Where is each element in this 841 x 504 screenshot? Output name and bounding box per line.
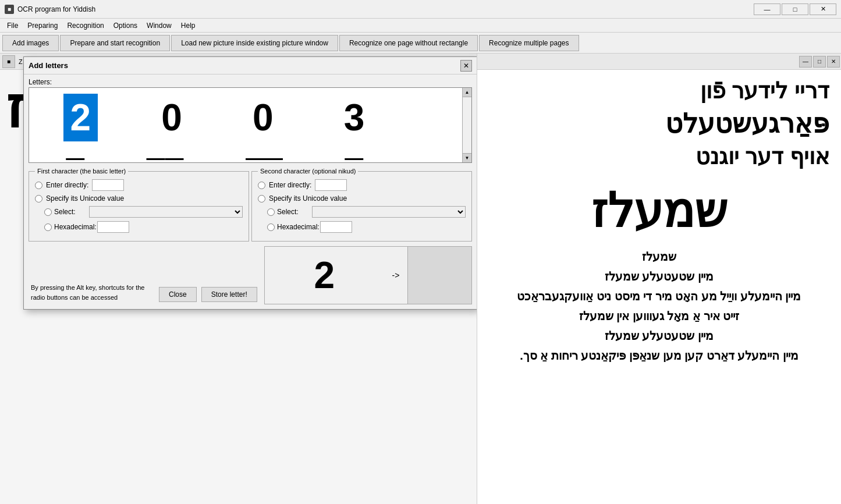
letter-item-2[interactable]: 0 (246, 94, 281, 141)
yiddish-large-text: דריי לידער פֿון פּאַרגעשטעלט אויף דער יו… (477, 70, 841, 175)
first-unicode-radio[interactable] (35, 195, 42, 203)
second-hex-row: Hexadecimal: (258, 221, 466, 233)
letter-small-3[interactable]: — (345, 147, 363, 163)
first-enter-directly-input[interactable] (92, 179, 124, 191)
maximize-button[interactable]: □ (782, 3, 808, 15)
close-button[interactable]: ✕ (810, 3, 836, 15)
yiddish-big-word: שמעלז (489, 184, 829, 238)
menu-preparing[interactable]: Preparing (23, 20, 62, 31)
first-unicode-label: Specify its Unicode value (46, 194, 124, 203)
preview-arrow: -> (384, 247, 407, 304)
minimize-button[interactable]: — (754, 3, 780, 15)
letter-small-1[interactable]: —— (147, 147, 184, 163)
app-title: OCR program for Yiddish (17, 5, 95, 13)
right-minimize-btn[interactable]: — (799, 56, 812, 68)
second-select-radio[interactable] (267, 208, 275, 216)
first-char-fieldset: First character (the basic letter) Enter… (29, 168, 249, 242)
dialog-hint: By pressing the Alt key, shortcuts for t… (29, 281, 157, 304)
menu-help[interactable]: Help (176, 20, 200, 31)
letters-area: 2 0 0 3 — —— —— — ▲ ▼ (29, 87, 472, 163)
yiddish-line-3: אויף דער יוגנט (489, 141, 829, 172)
second-enter-directly-label: Enter directly: (269, 181, 311, 189)
yiddish-line-2: פּאַרגעשטעלט (489, 107, 829, 141)
right-restore-btn[interactable]: □ (813, 56, 826, 68)
app-icon: ■ (5, 5, 14, 14)
first-enter-directly-radio[interactable] (35, 182, 42, 189)
yiddish-small-0: שמעלז (501, 247, 818, 267)
second-hex-radio[interactable] (267, 223, 275, 231)
yiddish-small-text: שמעלז מיין שטעטעלע שמעלז מיין היימעלע וו… (477, 241, 841, 371)
yiddish-small-5: מיין היימעלע דאַרט קען מען שנאַפּן פּיקא… (501, 346, 818, 365)
letters-row-2: — —— —— — (29, 147, 471, 163)
yiddish-small-3: זייט איר אַ מאָל געוווען אין שמעלז (501, 306, 818, 326)
second-enter-directly-input[interactable] (315, 179, 347, 191)
second-select-row: Select: (258, 206, 466, 218)
left-icon-btn-1[interactable]: ■ (2, 55, 15, 68)
dialog-bottom-row: By pressing the Alt key, shortcuts for t… (29, 246, 472, 304)
preview-result (407, 247, 471, 304)
menu-file[interactable]: File (2, 20, 23, 31)
menu-recognition[interactable]: Recognition (62, 20, 108, 31)
dialog-close-icon-button[interactable]: ✕ (460, 60, 472, 72)
main-area: ■ Z ז Add letters ✕ Letters: 2 0 0 3 (0, 54, 841, 504)
first-select-row: Select: (35, 206, 243, 218)
second-hex-input[interactable] (320, 221, 352, 233)
second-unicode-radio[interactable] (258, 195, 265, 203)
letter-small-0[interactable]: — (66, 147, 84, 163)
first-char-legend: First character (the basic letter) (35, 168, 128, 175)
first-select-dropdown[interactable] (89, 206, 243, 218)
dialog-titlebar: Add letters ✕ (24, 57, 477, 74)
letter-item-3[interactable]: 3 (337, 94, 372, 141)
dialog-title: Add letters (29, 61, 68, 70)
second-unicode-label: Specify its Unicode value (269, 194, 347, 203)
letter-item-0[interactable]: 2 (63, 94, 98, 141)
yiddish-line-1: דריי לידער פֿון (489, 76, 829, 107)
first-hex-label: Hexadecimal: (54, 223, 95, 231)
second-enter-directly-radio[interactable] (258, 182, 265, 189)
first-select-radio[interactable] (44, 208, 52, 216)
yiddish-big-word-area: שמעלז (477, 175, 841, 241)
right-panel-toolbar: — □ ✕ (477, 54, 841, 70)
add-letters-dialog: Add letters ✕ Letters: 2 0 0 3 — —— —— (23, 56, 477, 310)
yiddish-small-4: מיין שטעטעלע שמעלז (501, 326, 818, 346)
menu-bar: File Preparing Recognition Options Windo… (0, 19, 841, 33)
first-hex-radio[interactable] (44, 223, 52, 231)
second-char-legend: Second character (optional nikud) (258, 168, 358, 175)
second-enter-directly-row: Enter directly: (258, 179, 466, 191)
add-images-button[interactable]: Add images (2, 35, 59, 51)
second-select-dropdown[interactable] (312, 206, 466, 218)
letters-label: Letters: (24, 74, 477, 87)
recognize-multiple-button[interactable]: Recognize multiple pages (479, 35, 579, 51)
first-unicode-row: Specify its Unicode value (35, 194, 243, 203)
window-controls: — □ ✕ (754, 3, 836, 15)
preview-source: 2 (265, 247, 384, 304)
yiddish-small-1: מיין שטעטעלע שמעלז (501, 267, 818, 286)
menu-options[interactable]: Options (109, 20, 142, 31)
character-columns: First character (the basic letter) Enter… (29, 168, 472, 242)
first-hex-input[interactable] (97, 221, 129, 233)
preview-source-char: 2 (314, 254, 335, 297)
toolbar: Add images Prepare and start recognition… (0, 33, 841, 54)
store-letter-button[interactable]: Store letter! (201, 287, 257, 302)
menu-window[interactable]: Window (142, 20, 176, 31)
letters-scroll-down[interactable]: ▼ (463, 153, 471, 162)
letters-scrollbar[interactable]: ▲ ▼ (462, 88, 471, 162)
load-picture-button[interactable]: Load new picture inside existing picture… (171, 35, 338, 51)
letter-item-1[interactable]: 0 (154, 94, 189, 141)
yiddish-small-2: מיין היימעלע וויַיל מע האָט מיר די מיסט … (501, 286, 818, 306)
first-enter-directly-label: Enter directly: (46, 181, 88, 189)
right-content[interactable]: דריי לידער פֿון פּאַרגעשטעלט אויף דער יו… (477, 70, 841, 504)
close-button[interactable]: Close (159, 287, 197, 302)
recognize-one-page-button[interactable]: Recognize one page without rectangle (339, 35, 478, 51)
second-char-fieldset: Second character (optional nikud) Enter … (251, 168, 472, 242)
first-select-label: Select: (54, 208, 87, 216)
title-bar: ■ OCR program for Yiddish — □ ✕ (0, 0, 841, 19)
letter-small-2[interactable]: —— (246, 147, 283, 163)
right-close-btn[interactable]: ✕ (827, 56, 840, 68)
prepare-recognition-button[interactable]: Prepare and start recognition (60, 35, 170, 51)
letters-scroll-up[interactable]: ▲ (463, 88, 471, 97)
second-unicode-row: Specify its Unicode value (258, 194, 466, 203)
letters-row-1: 2 0 0 3 (29, 88, 471, 147)
right-panel: — □ ✕ דריי לידער פֿון פּאַרגעשטעלט אויף … (477, 54, 841, 504)
preview-area: 2 -> (264, 246, 472, 304)
